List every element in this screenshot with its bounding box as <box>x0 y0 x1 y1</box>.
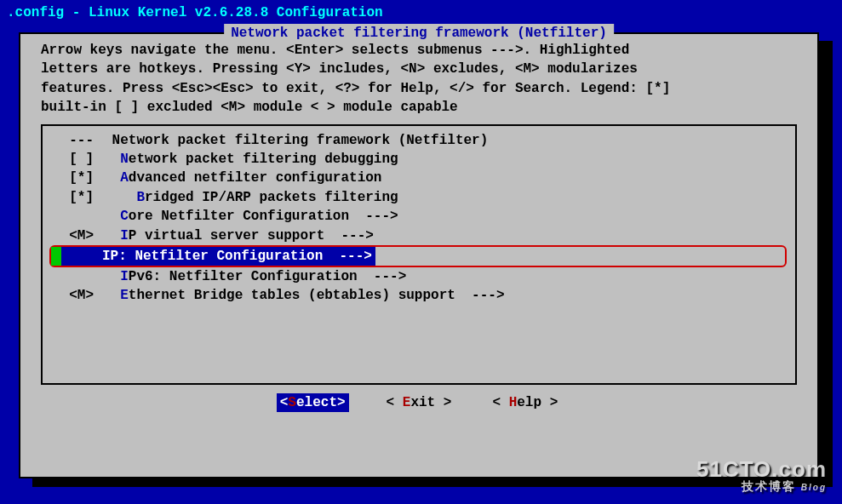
state-marker[interactable]: <M> <box>53 286 104 305</box>
state-marker[interactable]: [*] <box>53 169 104 187</box>
dialog-title: Network packet filtering framework (Netf… <box>224 24 614 43</box>
help-line: features. Press <Esc><Esc> to exit, <?> … <box>41 79 797 98</box>
help-line: built-in [ ] excluded <M> module < > mod… <box>41 98 797 117</box>
menu-item-core[interactable]: Core Netfilter Configuration ---> <box>51 207 787 226</box>
help-line: letters are hotkeys. Pressing <Y> includ… <box>41 60 797 78</box>
button-bar: <Select> < Exit > < Help > <box>20 393 817 412</box>
menu-label-selected: IP: Netfilter Configuration ---> <box>61 247 375 266</box>
help-line: Arrow keys navigate the menu. <Enter> se… <box>41 41 797 60</box>
menu-label: Advanced netfilter configuration <box>104 169 381 187</box>
menu-item-ipvs[interactable]: <M> IP virtual server support ---> <box>51 226 787 245</box>
menu-label: Bridged IP/ARP packets filtering <box>104 188 398 207</box>
state-marker <box>53 207 104 226</box>
menu-label: Network packet filtering debugging <box>104 150 398 169</box>
selection-marker <box>51 247 61 266</box>
menu-box: --- Network packet filtering framework (… <box>41 124 797 385</box>
menu-label: IPv6: Netfilter Configuration ---> <box>104 267 406 286</box>
watermark: 51CTO.com 技术博客 Blog <box>696 458 827 492</box>
menu-label: IP virtual server support ---> <box>104 226 374 245</box>
menu-item-ipv6-netfilter[interactable]: IPv6: Netfilter Configuration ---> <box>51 267 787 286</box>
menu-label: Core Netfilter Configuration ---> <box>104 207 398 226</box>
state-marker[interactable]: [*] <box>53 188 104 207</box>
exit-button[interactable]: < Exit > <box>383 393 455 412</box>
menu-item-advanced[interactable]: [*] Advanced netfilter configuration <box>51 169 787 187</box>
help-button[interactable]: < Help > <box>489 393 561 412</box>
state-marker: --- <box>53 131 104 150</box>
dialog-box: Network packet filtering framework (Netf… <box>19 32 819 478</box>
state-marker <box>53 267 104 286</box>
menu-item-bridged[interactable]: [*] Bridged IP/ARP packets filtering <box>51 188 787 207</box>
help-text: Arrow keys navigate the menu. <Enter> se… <box>20 34 817 121</box>
window-title: .config - Linux Kernel v2.6.28.8 Configu… <box>0 0 842 26</box>
state-marker[interactable]: <M> <box>53 226 104 245</box>
menu-item-debugging[interactable]: [ ] Network packet filtering debugging <box>51 150 787 169</box>
menu-label: Ethernet Bridge tables (ebtables) suppor… <box>104 286 504 305</box>
watermark-sub: 技术博客 Blog <box>696 480 827 492</box>
menu-item-ip-netfilter[interactable]: IP: Netfilter Configuration ---> <box>49 245 787 267</box>
menu-item-header: --- Network packet filtering framework (… <box>51 131 787 150</box>
select-button[interactable]: <Select> <box>277 393 349 412</box>
state-marker[interactable]: [ ] <box>53 150 104 169</box>
watermark-main: 51CTO.com <box>696 458 827 480</box>
menu-item-ebtables[interactable]: <M> Ethernet Bridge tables (ebtables) su… <box>51 286 787 305</box>
menu-label: Network packet filtering framework (Netf… <box>104 131 488 150</box>
